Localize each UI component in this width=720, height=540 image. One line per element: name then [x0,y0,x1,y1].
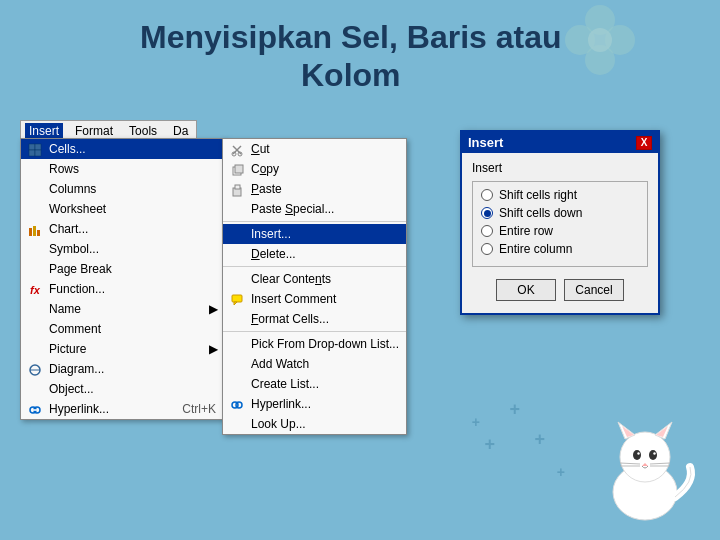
svg-rect-11 [37,230,40,236]
menu-item-columns[interactable]: Columns [21,179,224,199]
svg-rect-25 [232,295,242,302]
menu-tools[interactable]: Tools [125,123,161,139]
radio-label-4: Entire column [499,242,572,256]
svg-point-35 [633,450,641,460]
menu-item-pagebreak[interactable]: Page Break [21,259,224,279]
comment-icon [229,292,245,308]
rc-cut[interactable]: CCutut [223,139,406,159]
deco-plus-3: + [484,434,495,455]
rc-lookup[interactable]: Look Up... [223,414,406,434]
svg-point-4 [588,28,612,52]
dialog-ok-button[interactable]: OK [496,279,556,301]
radio-label-2: Shift cells down [499,206,582,220]
dialog-groupbox: Shift cells right Shift cells down Entir… [472,181,648,267]
diagram-icon [27,362,43,378]
copy-icon [229,162,245,178]
menu-da[interactable]: Da [169,123,192,139]
radio-circle-3 [481,225,493,237]
radio-circle-2 [481,207,493,219]
picture-submenu-arrow: ▶ [209,342,218,356]
cat-decoration [590,407,700,530]
menu-format[interactable]: Format [71,123,117,139]
function-icon: fx [27,282,43,298]
flower-decoration [560,0,640,83]
radio-label-1: Shift cells right [499,188,577,202]
insert-context-menu: Cells... Rows Columns Worksheet Chart...… [20,138,225,420]
rc-paste[interactable]: Paste [223,179,406,199]
svg-rect-24 [235,185,240,189]
cells-icon [27,142,43,158]
svg-rect-9 [29,228,32,236]
menu-item-diagram[interactable]: Diagram... [21,359,224,379]
radio-circle-1 [481,189,493,201]
menu-item-comment[interactable]: Comment [21,319,224,339]
insert-dialog: Insert X Insert Shift cells right Shift … [460,130,660,315]
menu-item-cells[interactable]: Cells... [21,139,224,159]
rc-insert[interactable]: Insert... [223,224,406,244]
right-click-menu: CCutut Copy Paste Paste Special... Inser… [222,138,407,435]
page-title: Menyisipkan Sel, Baris atau Kolom [140,18,562,95]
separator-3 [223,331,406,332]
dialog-body: Insert Shift cells right Shift cells dow… [462,153,658,313]
radio-shift-down[interactable]: Shift cells down [481,206,639,220]
rc-copy[interactable]: Copy [223,159,406,179]
svg-marker-26 [234,302,237,305]
radio-circle-4 [481,243,493,255]
dialog-buttons: OK Cancel [472,275,648,305]
menu-item-object[interactable]: Object... [21,379,224,399]
menu-item-worksheet[interactable]: Worksheet [21,199,224,219]
paste-icon [229,182,245,198]
rc-pickdropdown[interactable]: Pick From Drop-down List... [223,334,406,354]
svg-rect-10 [33,226,36,236]
svg-rect-5 [29,144,35,150]
deco-plus-4: + [557,464,565,480]
menu-item-hyperlink[interactable]: Hyperlink... Ctrl+K [21,399,224,419]
separator-2 [223,266,406,267]
deco-plus-2: + [534,429,545,450]
dialog-section-label: Insert [472,161,648,175]
menu-item-picture[interactable]: Picture ▶ [21,339,224,359]
rc-formatcells[interactable]: Format Cells... [223,309,406,329]
svg-point-28 [236,402,242,408]
svg-point-36 [649,450,657,460]
cut-icon [229,142,245,158]
separator-1 [223,221,406,222]
chart-icon [27,222,43,238]
menu-item-name[interactable]: Name ▶ [21,299,224,319]
svg-point-30 [620,432,670,482]
menu-item-rows[interactable]: Rows [21,159,224,179]
hyperlink-shortcut: Ctrl+K [182,402,216,416]
dialog-cancel-button[interactable]: Cancel [564,279,624,301]
hyperlink2-icon [229,397,245,413]
svg-rect-6 [35,144,41,150]
svg-rect-22 [235,165,243,173]
rc-insertcomment[interactable]: Insert Comment [223,289,406,309]
hyperlink-icon [27,402,43,418]
deco-plus-5: + [472,414,480,430]
radio-entire-row[interactable]: Entire row [481,224,639,238]
menu-insert[interactable]: Insert [25,123,63,139]
menu-item-symbol[interactable]: Symbol... [21,239,224,259]
rc-hyperlink[interactable]: Hyperlink... [223,394,406,414]
svg-point-37 [637,452,639,454]
rc-createlist[interactable]: Create List... [223,374,406,394]
svg-point-38 [653,452,655,454]
menu-item-chart[interactable]: Chart... [21,219,224,239]
dialog-close-button[interactable]: X [636,136,652,150]
radio-shift-right[interactable]: Shift cells right [481,188,639,202]
svg-rect-7 [29,150,35,156]
radio-entire-column[interactable]: Entire column [481,242,639,256]
radio-label-3: Entire row [499,224,553,238]
rc-clearcontents[interactable]: Clear Contents [223,269,406,289]
svg-rect-8 [35,150,41,156]
rc-delete[interactable]: Delete... [223,244,406,264]
rc-addwatch[interactable]: Add Watch [223,354,406,374]
submenu-arrow: ▶ [209,302,218,316]
deco-plus-1: + [509,399,520,420]
menu-item-function[interactable]: fx Function... [21,279,224,299]
dialog-title: Insert [468,135,503,150]
rc-pastespecial[interactable]: Paste Special... [223,199,406,219]
dialog-titlebar: Insert X [462,132,658,153]
